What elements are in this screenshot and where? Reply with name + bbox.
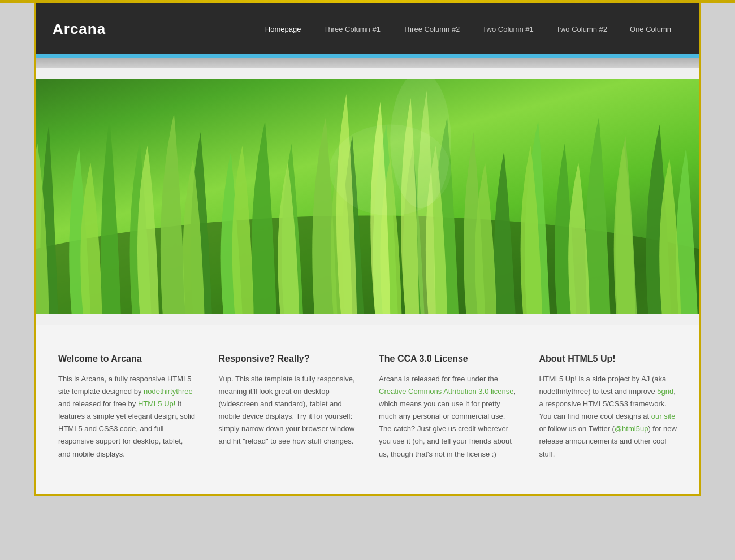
col-welcome-heading: Welcome to Arcana — [58, 354, 196, 364]
nav-two-col-2[interactable]: Two Column #2 — [545, 20, 619, 38]
col-license-text-2: , which means you can use it for pretty … — [379, 387, 516, 458]
cca-license-link[interactable]: Creative Commons Attribution 3.0 license — [379, 387, 513, 396]
col-responsive-heading: Responsive? Really? — [219, 354, 357, 364]
col-welcome-text-2: and released for free by — [58, 400, 138, 408]
col-about-text-1: HTML5 Up! is a side project by AJ (aka n… — [539, 375, 667, 396]
col-welcome-text-3: It features a simple yet elegant design,… — [58, 400, 195, 458]
nav-three-col-2[interactable]: Three Column #2 — [392, 20, 471, 38]
col-license-heading: The CCA 3.0 License — [379, 354, 517, 364]
nav-homepage[interactable]: Homepage — [254, 20, 313, 38]
banner: Arcana: A responsive HTML5 site template… — [36, 79, 699, 314]
5grid-link[interactable]: 5grid — [657, 387, 673, 396]
col-welcome-body: This is Arcana, a fully responsive HTML5… — [58, 373, 196, 461]
content-area: Welcome to Arcana This is Arcana, a full… — [36, 325, 699, 494]
banner-image — [36, 79, 699, 254]
header: Arcana Homepage Three Column #1 Three Co… — [36, 3, 699, 54]
html5up-link[interactable]: HTML5 Up! — [138, 400, 175, 408]
columns-grid: Welcome to Arcana This is Arcana, a full… — [58, 354, 677, 461]
site-logo[interactable]: Arcana — [53, 20, 106, 38]
our-site-link[interactable]: our site — [651, 412, 676, 420]
twitter-link[interactable]: @html5up — [615, 424, 648, 433]
nodethirtythree-link[interactable]: nodethirtythree — [144, 387, 193, 396]
nav-two-col-1[interactable]: Two Column #1 — [471, 20, 544, 38]
col-responsive: Responsive? Really? Yup. This site templ… — [219, 354, 357, 461]
col-about-body: HTML5 Up! is a side project by AJ (aka n… — [539, 373, 677, 461]
col-about: About HTML5 Up! HTML5 Up! is a side proj… — [539, 354, 677, 461]
col-license: The CCA 3.0 License Arcana is released f… — [379, 354, 517, 461]
col-about-text-3: or follow us on Twitter ( — [539, 424, 615, 433]
col-about-heading: About HTML5 Up! — [539, 354, 677, 364]
col-license-text-1: Arcana is released for free under the — [379, 375, 498, 383]
col-license-body: Arcana is released for free under the Cr… — [379, 373, 517, 461]
page-wrapper: Arcana Homepage Three Column #1 Three Co… — [34, 3, 701, 496]
banner-wrap: Arcana: A responsive HTML5 site template… — [36, 68, 699, 325]
nav-shadow — [36, 58, 699, 68]
col-responsive-body: Yup. This site template is fully respons… — [219, 373, 357, 448]
nav-three-col-1[interactable]: Three Column #1 — [312, 20, 391, 38]
nav-one-col[interactable]: One Column — [619, 20, 682, 38]
col-welcome: Welcome to Arcana This is Arcana, a full… — [58, 354, 196, 461]
main-nav: Homepage Three Column #1 Three Column #2… — [254, 20, 682, 38]
